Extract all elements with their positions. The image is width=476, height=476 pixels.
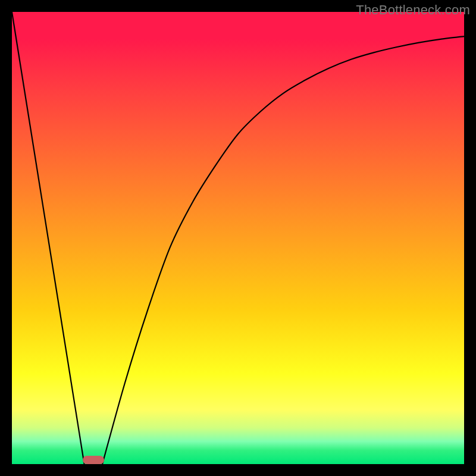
plot-area [12, 12, 464, 464]
optimal-point-marker [83, 456, 104, 464]
bottleneck-curves [12, 12, 464, 464]
chart-frame: TheBottleneck.com [0, 0, 476, 476]
watermark-text: TheBottleneck.com [356, 2, 470, 18]
curve-right-saturating [102, 36, 464, 464]
curve-left-slope [12, 12, 84, 464]
